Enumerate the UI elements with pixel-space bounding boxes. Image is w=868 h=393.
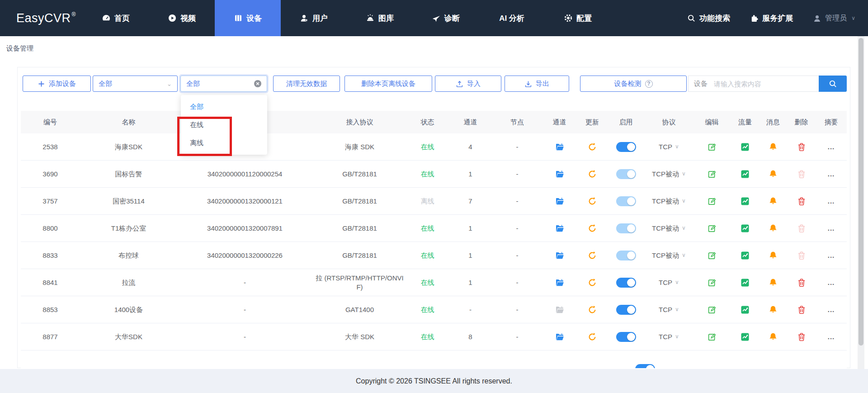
summary-more[interactable]: ...	[828, 251, 835, 260]
nav-item-用户[interactable]: 用户	[281, 0, 347, 36]
enable-toggle[interactable]	[616, 169, 636, 179]
refresh-icon[interactable]	[588, 332, 597, 341]
transport-select[interactable]: TCP∨	[659, 142, 679, 152]
enable-toggle[interactable]	[616, 278, 636, 288]
trash-icon[interactable]	[797, 278, 806, 287]
app-logo[interactable]: EasyCVR®	[16, 0, 76, 36]
enable-toggle[interactable]	[616, 332, 636, 342]
trash-icon[interactable]	[797, 251, 806, 260]
transport-select[interactable]: TCP被动∨	[652, 251, 686, 260]
edit-icon[interactable]	[708, 251, 717, 260]
export-button[interactable]: 导出	[505, 76, 569, 92]
transport-select[interactable]: TCP被动∨	[652, 224, 686, 233]
trash-icon[interactable]	[797, 224, 806, 233]
edit-icon[interactable]	[708, 278, 717, 287]
summary-more[interactable]: ...	[828, 278, 835, 287]
folder-icon[interactable]	[555, 224, 564, 233]
dropdown-option-在线[interactable]: 在线	[181, 116, 267, 134]
add-device-button[interactable]: 添加设备	[23, 76, 91, 92]
nav-item-服务扩展[interactable]: 服务扩展	[750, 13, 793, 24]
refresh-icon[interactable]	[588, 251, 597, 260]
folder-icon[interactable]	[555, 305, 564, 314]
nav-item-首页[interactable]: 首页	[83, 0, 149, 36]
nav-item-视频[interactable]: 视频	[149, 0, 215, 36]
folder-icon[interactable]	[555, 142, 564, 152]
traffic-icon[interactable]	[741, 251, 750, 260]
summary-more[interactable]: ...	[828, 197, 835, 206]
summary-more[interactable]: ...	[828, 305, 835, 314]
trash-icon[interactable]	[797, 170, 806, 179]
folder-icon[interactable]	[555, 278, 564, 287]
nav-admin-menu[interactable]: 管理员∨	[813, 14, 855, 23]
nav-item-功能搜索[interactable]: 功能搜索	[687, 13, 730, 24]
folder-icon[interactable]	[555, 197, 564, 206]
summary-more[interactable]: ...	[828, 224, 835, 233]
enable-toggle[interactable]	[616, 196, 636, 206]
nav-item-诊断[interactable]: 诊断	[413, 0, 479, 36]
traffic-icon[interactable]	[741, 332, 750, 341]
refresh-icon[interactable]	[588, 170, 597, 179]
enable-toggle[interactable]	[616, 223, 636, 233]
nav-item-设备[interactable]: 设备	[215, 0, 281, 36]
trash-icon[interactable]	[797, 197, 806, 206]
edit-icon[interactable]	[708, 332, 717, 341]
traffic-icon[interactable]	[741, 278, 750, 287]
bell-icon[interactable]	[769, 332, 778, 341]
search-button[interactable]	[819, 76, 847, 92]
transport-select[interactable]: TCP∨	[659, 332, 679, 341]
device-detect-button[interactable]: 设备检测 ?	[580, 76, 687, 92]
folder-icon[interactable]	[555, 332, 564, 341]
edit-icon[interactable]	[708, 197, 717, 206]
refresh-icon[interactable]	[588, 142, 597, 152]
clean-invalid-button[interactable]: 清理无效数据	[273, 76, 340, 92]
summary-more[interactable]: ...	[828, 142, 835, 152]
traffic-icon[interactable]	[741, 142, 750, 152]
enable-toggle[interactable]	[616, 251, 636, 260]
transport-select[interactable]: TCP∨	[659, 305, 679, 314]
bell-icon[interactable]	[769, 197, 778, 206]
traffic-icon[interactable]	[741, 305, 750, 314]
dropdown-option-全部[interactable]: 全部	[181, 98, 267, 116]
refresh-icon[interactable]	[588, 278, 597, 287]
trash-icon[interactable]	[797, 305, 806, 314]
nav-item-配置[interactable]: 配置	[545, 0, 611, 36]
bell-icon[interactable]	[769, 170, 778, 179]
bell-icon[interactable]	[769, 142, 778, 152]
summary-more[interactable]: ...	[828, 332, 835, 341]
transport-select[interactable]: TCP被动∨	[652, 170, 686, 179]
scrollbar-thumb[interactable]	[859, 38, 863, 346]
summary-more[interactable]: ...	[828, 170, 835, 179]
status-filter-select[interactable]: 全部	[180, 76, 267, 92]
transport-select[interactable]: TCP∨	[659, 278, 679, 287]
protocol-filter-select[interactable]: 全部 ⌄	[93, 76, 178, 92]
bell-icon[interactable]	[769, 251, 778, 260]
refresh-icon[interactable]	[588, 305, 597, 314]
enable-toggle[interactable]	[616, 142, 636, 152]
bell-icon[interactable]	[769, 224, 778, 233]
bell-icon[interactable]	[769, 278, 778, 287]
edit-icon[interactable]	[708, 224, 717, 233]
enable-toggle[interactable]	[635, 364, 655, 368]
search-input[interactable]	[714, 80, 819, 88]
refresh-icon[interactable]	[588, 224, 597, 233]
nav-item-图库[interactable]: 图库	[347, 0, 413, 36]
traffic-icon[interactable]	[741, 224, 750, 233]
dropdown-option-离线[interactable]: 离线	[181, 134, 267, 152]
import-button[interactable]: 导入	[435, 76, 501, 92]
traffic-icon[interactable]	[741, 197, 750, 206]
edit-icon[interactable]	[708, 170, 717, 179]
vertical-scrollbar[interactable]	[858, 36, 864, 393]
refresh-icon[interactable]	[588, 197, 597, 206]
folder-icon[interactable]	[555, 170, 564, 179]
traffic-icon[interactable]	[741, 170, 750, 179]
help-icon[interactable]: ?	[645, 80, 653, 88]
delete-offline-button[interactable]: 删除本页离线设备	[344, 76, 432, 92]
bell-icon[interactable]	[769, 305, 778, 314]
edit-icon[interactable]	[708, 305, 717, 314]
trash-icon[interactable]	[797, 332, 806, 341]
edit-icon[interactable]	[708, 142, 717, 152]
transport-select[interactable]: TCP被动∨	[652, 197, 686, 206]
clear-icon[interactable]	[254, 80, 261, 87]
nav-item-AI分析[interactable]: AI 分析	[479, 0, 545, 36]
enable-toggle[interactable]	[616, 305, 636, 315]
